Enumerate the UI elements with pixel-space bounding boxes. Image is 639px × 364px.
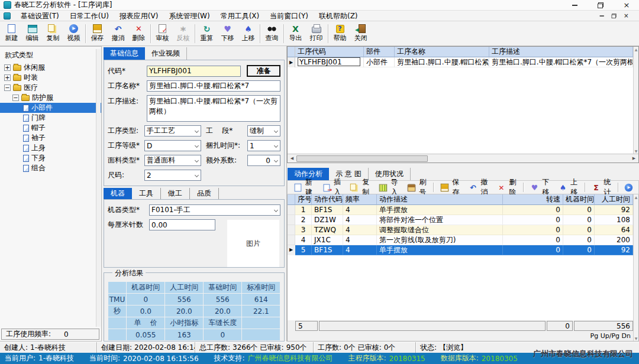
expand-toggle-icon[interactable] — [4, 74, 11, 81]
cell-labor-time[interactable]: 200 — [595, 235, 633, 245]
tab-machine[interactable]: 机器 — [104, 188, 132, 199]
action-save-button[interactable]: 保存 — [436, 181, 464, 194]
child-restore-button[interactable] — [611, 13, 617, 19]
cell-speed[interactable]: 0 — [503, 205, 563, 215]
table-row[interactable]: ▶ YLFHFBJ001 小部件 剪里袖口.脚口.中腰.帽口松紧*7 剪里袖口.… — [288, 57, 633, 67]
work-section-select[interactable]: 缝制 — [247, 125, 280, 136]
tree-item-hat[interactable]: 帽子 — [0, 123, 101, 133]
col-header-process-desc[interactable]: 工序描述 — [489, 47, 633, 57]
col-header-action-code[interactable]: 动作代码 — [312, 194, 343, 205]
cell-speed[interactable]: 0 — [503, 245, 563, 255]
table-row[interactable]: 3 TZWQ 4 调整握取缝合位 0 0 64 — [288, 225, 633, 235]
cell-editor[interactable]: YLFHFBJ001 — [298, 57, 360, 66]
cell-machine-time[interactable]: 0 — [563, 235, 595, 245]
tab-tool[interactable]: 工具 — [132, 188, 161, 199]
col-header-frequency[interactable]: 频率 — [343, 194, 377, 205]
menu-help[interactable]: 联机帮助(Z) — [314, 11, 363, 21]
cell-action-desc[interactable]: 将部件对准一个位置 — [377, 215, 503, 225]
tab-basic-info[interactable]: 基础信息 — [104, 47, 145, 60]
process-type-select[interactable]: 手工工艺 — [144, 125, 201, 136]
cell-action-desc[interactable]: 调整握取缝合位 — [377, 225, 503, 235]
machine-type-select[interactable]: F0101-手工 — [149, 204, 280, 216]
cell-machine-time[interactable]: 0 — [563, 245, 595, 255]
exit-button[interactable]: 关闭 — [350, 22, 371, 46]
print-button[interactable]: 打印 — [306, 22, 327, 46]
col-header-machine-time[interactable]: 机器时间 — [563, 194, 595, 205]
menu-daily-work[interactable]: 日常工作(U) — [64, 11, 114, 21]
cell-seq[interactable]: 2 — [295, 215, 312, 225]
cell-action-desc[interactable]: 单手摆放 — [377, 205, 503, 215]
table-row[interactable]: 2 DZ1W 4 将部件对准一个位置 0 0 108 — [288, 215, 633, 225]
recalculate-button[interactable]: 重算 — [196, 22, 217, 46]
tree-scrollbar[interactable] — [96, 49, 101, 327]
cell-action-desc[interactable]: 单手摆放 — [377, 245, 503, 255]
stitches-per-cm-input[interactable] — [149, 219, 215, 230]
tab-quality[interactable]: 品质 — [190, 188, 219, 199]
cell-labor-time[interactable]: 64 — [595, 225, 633, 235]
action-renumber-button[interactable]: 刷号 — [403, 181, 431, 194]
save-button[interactable]: 保存 — [87, 22, 108, 46]
delete-button[interactable]: 删除 — [128, 22, 149, 46]
help-button[interactable]: 帮助 — [330, 22, 350, 46]
tree-item-lower-body[interactable]: 下身 — [0, 153, 101, 163]
tree-item-fashion[interactable]: 时装 — [0, 73, 101, 83]
copy-button[interactable]: 复制 — [43, 22, 63, 46]
restore-button[interactable] — [596, 2, 605, 9]
export-button[interactable]: 导出 — [285, 22, 306, 46]
fabric-type-select[interactable]: 普通面料 — [144, 155, 201, 166]
cell-seq[interactable]: 4 — [295, 235, 312, 245]
action-move-up-button[interactable]: 上移 — [554, 181, 582, 194]
tree-item-upper-body[interactable]: 上身 — [0, 143, 101, 153]
close-button[interactable]: × — [622, 2, 631, 9]
collapse-toggle-icon[interactable] — [4, 84, 11, 91]
action-video-button[interactable] — [621, 181, 637, 194]
action-import-button[interactable]: 导入 — [375, 181, 402, 194]
tree-item-casual[interactable]: 休闲服 — [0, 63, 101, 73]
cell-seq[interactable]: 1 — [295, 205, 312, 215]
code-input[interactable] — [147, 66, 241, 77]
tree-item-combination[interactable]: 组合 — [0, 163, 101, 173]
action-table-vertical-scrollbar[interactable]: ▲ ▼ — [633, 194, 638, 341]
cell-action-code[interactable]: DZ1W — [312, 215, 343, 225]
video-button[interactable]: 视频 — [63, 22, 84, 46]
cell-machine-time[interactable]: 0 — [563, 215, 595, 225]
col-header-seq[interactable]: 序号 — [295, 194, 312, 205]
scrollbar-thumb[interactable] — [296, 155, 428, 162]
cell-speed[interactable]: 0 — [503, 215, 563, 225]
edit-button[interactable]: 编辑 — [22, 22, 43, 46]
collapse-toggle-icon[interactable] — [12, 95, 19, 101]
menu-current-window[interactable]: 当前窗口(Y) — [264, 11, 314, 21]
col-header-process-name[interactable]: 工序名称 — [395, 47, 489, 57]
menu-system[interactable]: 系统管理(W) — [163, 11, 215, 21]
cell-frequency[interactable]: 4 — [343, 215, 377, 225]
minimize-button[interactable] — [570, 2, 579, 9]
tab-workmanship[interactable]: 做工 — [161, 188, 190, 199]
process-name-input[interactable] — [147, 80, 280, 92]
cell-process-desc[interactable]: 剪里袖口.脚口.中腰.帽口松紧*7（一次剪两根） — [489, 57, 633, 67]
action-new-button[interactable]: 新建 — [289, 181, 317, 194]
cell-frequency[interactable]: 4 — [343, 225, 377, 235]
cell-machine-time[interactable]: 0 — [563, 205, 595, 215]
tree-item-small-parts[interactable]: 小部件 — [0, 103, 101, 113]
col-header-part[interactable]: 部件 — [364, 47, 395, 57]
cell-process-code[interactable]: YLFHFBJ001 — [295, 57, 364, 67]
process-desc-textarea[interactable] — [147, 95, 280, 122]
cell-seq[interactable]: 5 — [295, 245, 312, 255]
menu-tools[interactable]: 常用工具(X) — [215, 11, 265, 21]
process-table-vertical-scrollbar[interactable]: ▲ ▼ — [633, 47, 638, 154]
cell-machine-time[interactable]: 0 — [563, 225, 595, 235]
cell-action-code[interactable]: BF1S — [312, 245, 343, 255]
process-grade-select[interactable]: D — [144, 140, 201, 151]
action-move-down-button[interactable]: 下移 — [526, 181, 554, 194]
cell-action-code[interactable]: JX1C — [312, 235, 343, 245]
cell-speed[interactable]: 0 — [503, 235, 563, 245]
move-down-button[interactable]: 下移 — [217, 22, 238, 46]
cell-frequency[interactable]: 4 — [343, 245, 377, 255]
new-button[interactable]: 新建 — [1, 22, 22, 46]
cell-action-code[interactable]: BF1S — [312, 205, 343, 215]
child-minimize-button[interactable] — [598, 13, 605, 19]
cell-frequency[interactable]: 4 — [343, 205, 377, 215]
search-button[interactable]: 查询 — [262, 22, 282, 46]
table-row[interactable]: 1 BF1S 4 单手摆放 0 0 92 — [288, 205, 633, 215]
undo-button[interactable]: 撤消 — [108, 22, 128, 46]
